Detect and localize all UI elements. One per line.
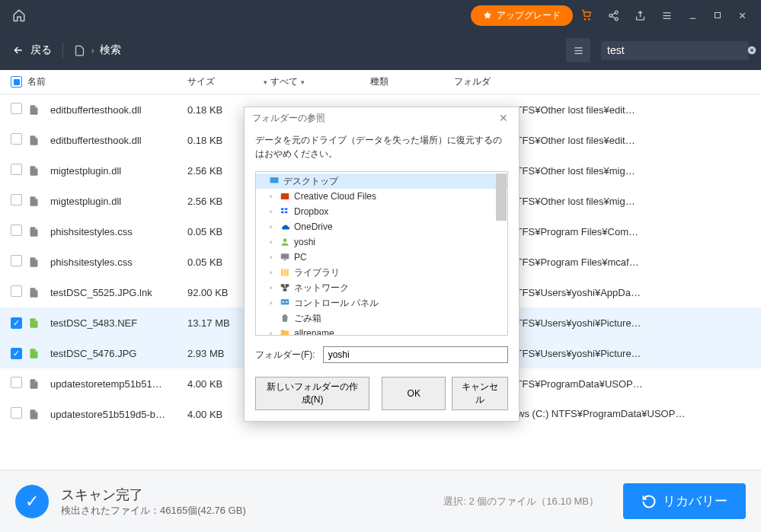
view-toggle-button[interactable]: [566, 38, 590, 62]
tree-label: PC: [294, 252, 307, 263]
folder-icon: [279, 328, 291, 336]
cart-icon[interactable]: [573, 5, 600, 26]
svg-point-4: [615, 18, 618, 21]
scrollbar-thumb[interactable]: [496, 174, 507, 221]
row-checkbox[interactable]: [11, 194, 22, 205]
expand-icon[interactable]: ›: [270, 193, 277, 200]
upgrade-button[interactable]: アップグレード: [471, 5, 573, 26]
new-folder-button[interactable]: 新しいフォルダーの作成(N): [255, 377, 369, 410]
dialog-message: データを元のドライブ（データを失った場所）に復元するのはおやめください。: [245, 129, 519, 168]
status-bar: ✓ スキャン完了 検出されたファイル：46165個(42.76 GB) 選択: …: [0, 470, 761, 532]
folder-icon: [279, 237, 291, 247]
export-icon[interactable]: [627, 5, 654, 26]
folder-icon: [279, 206, 291, 217]
row-checkbox[interactable]: [11, 103, 22, 114]
close-button[interactable]: [730, 6, 755, 25]
recover-button[interactable]: リカバリー: [623, 483, 746, 519]
tree-item[interactable]: ごみ箱: [256, 311, 507, 326]
tree-label: デスクトップ: [283, 175, 338, 188]
row-checkbox[interactable]: ✓: [11, 317, 22, 329]
divider: [62, 43, 63, 58]
folder-icon: [279, 313, 291, 323]
tree-item[interactable]: ›Dropbox: [256, 204, 507, 219]
expand-icon[interactable]: ›: [270, 223, 277, 231]
back-button[interactable]: 戻る: [12, 43, 52, 57]
expand-icon[interactable]: ›: [270, 238, 277, 246]
folder-icon: [279, 221, 291, 232]
dialog-title-bar: フォルダーの参照 ✕: [245, 107, 519, 129]
tree-label: ごみ箱: [294, 312, 321, 325]
document-icon: [74, 45, 85, 56]
svg-rect-9: [270, 177, 279, 183]
folder-name-input[interactable]: [323, 346, 508, 363]
chevron-right-icon: ›: [91, 46, 94, 55]
expand-icon[interactable]: ›: [270, 284, 277, 291]
tree-item[interactable]: ›yoshi: [256, 234, 507, 250]
select-all-checkbox[interactable]: [11, 76, 22, 88]
folder-icon: [279, 252, 291, 263]
tree-item[interactable]: ›PC: [256, 250, 507, 265]
folder-tree[interactable]: デスクトップ›Creative Cloud Files›Dropbox›OneD…: [255, 171, 508, 336]
tree-label: ライブラリ: [294, 266, 340, 279]
minimize-button[interactable]: [680, 6, 705, 25]
file-name: testDSC_5483.NEF: [50, 317, 137, 329]
tree-item[interactable]: ›ネットワーク: [256, 280, 507, 295]
cancel-button[interactable]: キャンセル: [452, 377, 508, 410]
svg-point-11: [283, 238, 287, 242]
row-checkbox[interactable]: [11, 407, 22, 419]
scan-subtitle: 検出されたファイル：46165個(42.76 GB): [61, 504, 431, 518]
home-icon[interactable]: [12, 8, 26, 22]
svg-rect-17: [281, 284, 285, 287]
file-name: phishsitestyles.css: [50, 226, 133, 237]
row-checkbox[interactable]: [11, 285, 22, 297]
svg-rect-13: [283, 260, 286, 260]
dialog-close-button[interactable]: ✕: [496, 110, 511, 126]
tree-item[interactable]: ›allrename: [256, 326, 507, 336]
svg-rect-12: [281, 253, 289, 259]
title-bar: アップグレード: [0, 0, 761, 30]
search-input[interactable]: [607, 44, 740, 56]
column-type[interactable]: 種類: [370, 75, 454, 88]
folder-icon: [279, 267, 291, 278]
row-checkbox[interactable]: [11, 255, 22, 266]
file-name: testDSC_5476.JPG: [50, 348, 136, 359]
clear-search-icon[interactable]: [747, 45, 757, 56]
tree-item[interactable]: ›コントロール パネル: [256, 295, 507, 311]
menu-icon[interactable]: [654, 5, 680, 26]
maximize-button[interactable]: [705, 6, 730, 24]
toolbar: 戻る › 検索: [0, 30, 761, 70]
column-size[interactable]: サイズ: [187, 75, 264, 88]
expand-icon[interactable]: ›: [270, 208, 277, 215]
tree-item[interactable]: ›Creative Cloud Files: [256, 189, 507, 204]
tree-label: ネットワーク: [294, 282, 349, 295]
svg-point-22: [286, 301, 287, 303]
expand-icon[interactable]: ›: [270, 253, 277, 261]
row-checkbox[interactable]: [11, 164, 22, 175]
tree-item[interactable]: デスクトップ: [256, 174, 507, 189]
share-icon[interactable]: [600, 5, 627, 26]
tree-item[interactable]: ›OneDrive: [256, 219, 507, 234]
file-icon: [27, 104, 40, 116]
expand-icon[interactable]: ›: [270, 269, 277, 276]
svg-point-21: [283, 301, 284, 303]
file-icon: [27, 135, 40, 146]
file-icon: [27, 409, 40, 420]
svg-rect-16: [286, 269, 288, 276]
file-icon: [27, 165, 40, 177]
svg-point-3: [609, 14, 612, 17]
expand-icon[interactable]: ›: [270, 330, 277, 336]
folder-icon: [268, 176, 280, 186]
row-checkbox[interactable]: [11, 133, 22, 145]
expand-icon[interactable]: ›: [270, 299, 277, 307]
row-checkbox[interactable]: ✓: [11, 348, 22, 359]
column-folder[interactable]: フォルダ: [454, 75, 750, 88]
file-name: migtestplugin.dll: [50, 196, 121, 207]
column-date[interactable]: ▾すべて▾: [264, 75, 370, 88]
row-checkbox[interactable]: [11, 377, 22, 388]
row-checkbox[interactable]: [11, 225, 22, 236]
column-name[interactable]: 名前: [27, 75, 187, 88]
ok-button[interactable]: OK: [382, 377, 446, 410]
file-icon: [27, 256, 40, 268]
tree-item[interactable]: ›ライブラリ: [256, 265, 507, 280]
svg-rect-15: [284, 269, 286, 276]
